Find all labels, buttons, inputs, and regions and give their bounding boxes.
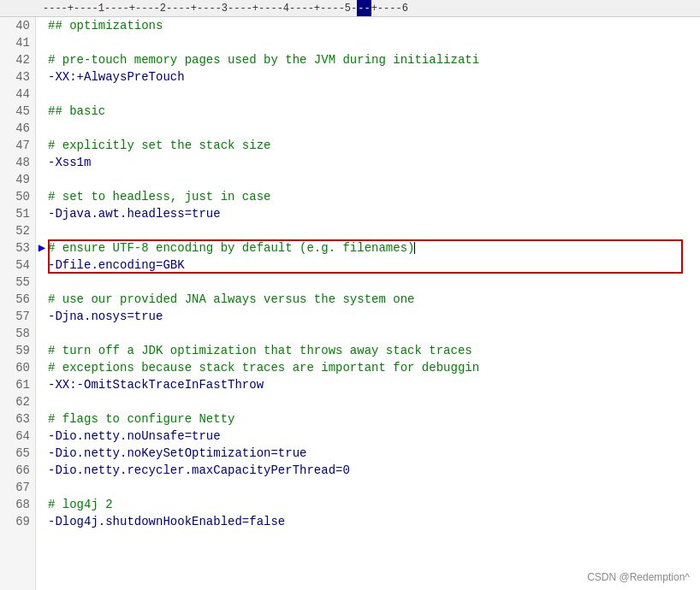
indicator-68: [36, 496, 48, 513]
line-number-46: 46: [0, 120, 35, 137]
code-area: 4041424344454647484950515253545556575859…: [0, 17, 700, 590]
code-line-58: [48, 325, 700, 342]
indicator-41: [36, 34, 48, 51]
line-number-57: 57: [0, 308, 35, 325]
code-line-45: ## basic: [48, 103, 700, 120]
line-number-63: 63: [0, 410, 35, 428]
indicator-60: [36, 359, 48, 376]
code-line-43: -XX:+AlwaysPreTouch: [48, 68, 700, 86]
ruler-suffix: +----6: [371, 3, 408, 15]
code-line-46: [48, 120, 700, 137]
indicator-45: [36, 103, 48, 120]
code-line-52: [48, 222, 700, 239]
line-number-52: 52: [0, 222, 35, 239]
line-number-44: 44: [0, 86, 35, 103]
code-line-40: ## optimizations: [48, 17, 700, 34]
code-line-54: -Dfile.encoding=GBK: [48, 257, 700, 274]
code-line-64: -Dio.netty.noUnsafe=true: [48, 428, 700, 445]
code-line-56: # use our provided JNA always versus the…: [48, 291, 700, 308]
code-line-51: -Djava.awt.headless=true: [48, 205, 700, 222]
indicator-42: [36, 51, 48, 68]
line-number-49: 49: [0, 171, 35, 188]
line-number-65: 65: [0, 445, 35, 462]
indicator-64: [36, 428, 48, 445]
code-line-63: # flags to configure Netty: [48, 410, 700, 428]
indicator-58: [36, 325, 48, 342]
line-number-41: 41: [0, 34, 35, 51]
code-line-55: [48, 274, 700, 291]
indicator-44: [36, 86, 48, 103]
watermark: CSDN @Redemption^: [587, 571, 690, 583]
line-number-66: 66: [0, 462, 35, 479]
code-line-61: -XX:-OmitStackTraceInFastThrow: [48, 376, 700, 393]
code-line-44: [48, 86, 700, 103]
code-line-48: -Xss1m: [48, 154, 700, 171]
line-number-51: 51: [0, 205, 35, 222]
indicator-62: [36, 393, 48, 410]
line-number-56: 56: [0, 291, 35, 308]
indicator-52: [36, 222, 48, 239]
text-cursor: [414, 242, 415, 254]
line-number-67: 67: [0, 479, 35, 496]
ruler-text: ----+----1----+----2----+----3----+----4…: [43, 3, 357, 15]
line-number-69: 69: [0, 513, 35, 530]
line-number-50: 50: [0, 188, 35, 205]
indicator-48: [36, 154, 48, 171]
code-line-69: -Dlog4j.shutdownHookEnabled=false: [48, 513, 700, 530]
indicator-65: [36, 445, 48, 462]
indicator-54: [36, 257, 48, 274]
code-line-53: # ensure UTF-8 encoding by default (e.g.…: [48, 239, 700, 257]
line-number-47: 47: [0, 137, 35, 154]
code-line-47: # explicitly set the stack size: [48, 137, 700, 154]
line-number-54: 54: [0, 257, 35, 274]
indicator-66: [36, 462, 48, 479]
line-number-53: 53: [0, 239, 35, 257]
line-number-55: 55: [0, 274, 35, 291]
indicator-67: [36, 479, 48, 496]
line-number-59: 59: [0, 342, 35, 359]
code-line-49: [48, 171, 700, 188]
line-number-68: 68: [0, 496, 35, 513]
ruler: ----+----1----+----2----+----3----+----4…: [0, 0, 700, 17]
code-line-65: -Dio.netty.noKeySetOptimization=true: [48, 445, 700, 462]
line-number-60: 60: [0, 359, 35, 376]
code-line-57: -Djna.nosys=true: [48, 308, 700, 325]
code-line-66: -Dio.netty.recycler.maxCapacityPerThread…: [48, 462, 700, 479]
editor-container: ----+----1----+----2----+----3----+----4…: [0, 0, 700, 590]
code-line-50: # set to headless, just in case: [48, 188, 700, 205]
indicator-56: [36, 291, 48, 308]
indicator-51: [36, 205, 48, 222]
line-number-62: 62: [0, 393, 35, 410]
code-line-41: [48, 34, 700, 51]
line-number-58: 58: [0, 325, 35, 342]
indicator-61: [36, 376, 48, 393]
code-line-67: [48, 479, 700, 496]
line-number-43: 43: [0, 68, 35, 86]
line-numbers: 4041424344454647484950515253545556575859…: [0, 17, 36, 590]
code-line-68: # log4j 2: [48, 496, 700, 513]
code-line-60: # exceptions because stack traces are im…: [48, 359, 700, 376]
code-lines-col: ## optimizations# pre-touch memory pages…: [48, 17, 700, 590]
line-number-48: 48: [0, 154, 35, 171]
line-number-45: 45: [0, 103, 35, 120]
indicators-col: ▶: [36, 17, 48, 590]
indicator-59: [36, 342, 48, 359]
indicator-40: [36, 17, 48, 34]
line-number-64: 64: [0, 428, 35, 445]
indicator-43: [36, 68, 48, 86]
indicator-63: [36, 410, 48, 428]
line-number-42: 42: [0, 51, 35, 68]
indicator-46: [36, 120, 48, 137]
indicator-69: [36, 513, 48, 530]
indicator-50: [36, 188, 48, 205]
indicator-55: [36, 274, 48, 291]
line-number-40: 40: [0, 17, 35, 34]
indicator-57: [36, 308, 48, 325]
indicator-53: ▶: [36, 239, 48, 257]
line-number-61: 61: [0, 376, 35, 393]
code-line-59: # turn off a JDK optimization that throw…: [48, 342, 700, 359]
ruler-highlight: --: [357, 0, 371, 16]
indicator-47: [36, 137, 48, 154]
code-line-42: # pre-touch memory pages used by the JVM…: [48, 51, 700, 68]
code-line-62: [48, 393, 700, 410]
